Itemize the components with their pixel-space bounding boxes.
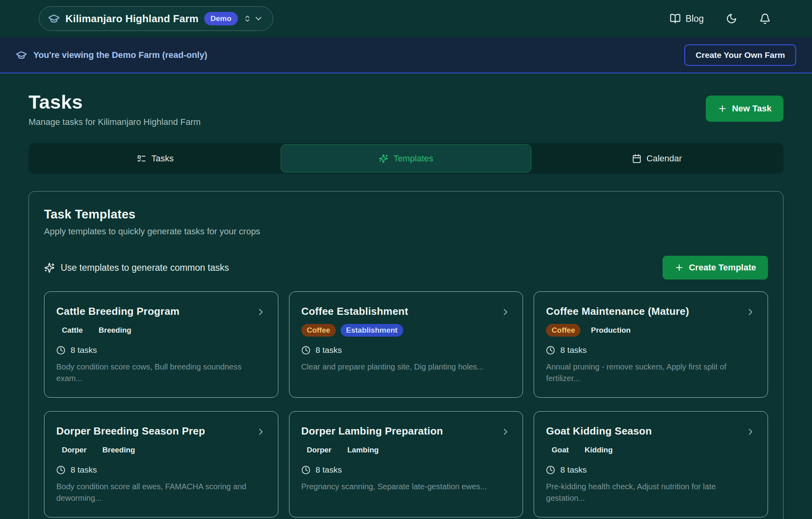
template-tags: CoffeeProduction [546,324,756,337]
template-card[interactable]: Dorper Breeding Season Prep DorperBreedi… [44,411,278,517]
template-title: Dorper Lambing Preparation [301,425,443,437]
task-count: 8 tasks [316,345,342,355]
app-header: Kilimanjaro Highland Farm Demo Blog [0,0,812,37]
list-todo-icon [137,154,146,163]
demo-badge: Demo [204,12,238,25]
template-tag: Coffee [301,324,336,337]
template-tags: DorperBreeding [56,444,266,456]
chevron-right-icon [256,307,266,317]
blog-label: Blog [686,13,704,24]
new-task-button[interactable]: New Task [706,96,783,122]
farm-selector[interactable]: Kilimanjaro Highland Farm Demo [39,6,273,31]
bell-icon [759,13,771,25]
chevron-right-icon [500,307,511,317]
chevron-down-icon [254,14,263,23]
chevron-right-icon [745,427,756,437]
template-description: Pre-kidding health check, Adjust nutriti… [546,481,756,504]
template-card[interactable]: Goat Kidding Season GoatKidding 8 tasks … [534,411,768,517]
notifications-button[interactable] [759,13,771,25]
clock-icon [301,346,310,355]
template-card[interactable]: Cattle Breeding Program CattleBreeding 8… [44,291,278,398]
template-tag: Kidding [579,444,619,456]
clock-icon [301,465,310,475]
template-tags: GoatKidding [546,444,756,456]
chevron-right-icon [745,307,756,317]
tab-tasks[interactable]: Tasks [30,144,281,172]
main-content: Tasks Manage tasks for Kilimanjaro Highl… [0,73,812,519]
farm-name: Kilimanjaro Highland Farm [65,13,199,25]
calendar-icon [632,154,642,163]
sparkles-icon [379,154,388,163]
template-tags: CattleBreeding [56,324,266,337]
template-card[interactable]: Dorper Lambing Preparation DorperLambing… [289,411,523,517]
moon-icon [726,13,737,24]
sparkles-icon [44,262,55,273]
template-tag: Production [585,324,636,337]
task-count: 8 tasks [560,465,587,475]
clock-icon [56,465,65,475]
panel-subtitle: Apply templates to quickly generate task… [44,226,768,237]
template-tags: CoffeeEstablishment [301,324,511,337]
template-tag: Coffee [546,324,580,337]
templates-hint: Use templates to generate common tasks [44,262,229,273]
template-tag: Breeding [93,324,137,337]
template-title: Coffee Maintenance (Mature) [546,305,689,318]
tab-templates[interactable]: Templates [281,144,532,172]
template-description: Pregnancy scanning, Separate late-gestat… [301,481,511,492]
task-count: 8 tasks [560,345,587,355]
demo-banner: You're viewing the Demo Farm (read-only)… [0,37,812,73]
banner-message: You're viewing the Demo Farm (read-only) [33,50,207,60]
task-count: 8 tasks [316,465,342,475]
template-description: Body condition score cows, Bull breeding… [56,361,266,384]
template-tag: Dorper [56,444,92,456]
theme-toggle-button[interactable] [726,13,737,24]
templates-grid: Cattle Breeding Program CattleBreeding 8… [44,291,768,517]
plus-icon [674,263,684,272]
clock-icon [56,346,65,355]
template-tag: Cattle [56,324,88,337]
task-count: 8 tasks [71,345,97,355]
chevrons-up-down-icon [243,15,251,23]
template-description: Annual pruning - remove suckers, Apply f… [546,361,756,384]
template-tag: Lambing [342,444,384,456]
panel-title: Task Templates [44,207,768,222]
page-title: Tasks [29,91,201,113]
template-tag: Establishment [341,324,403,337]
task-templates-panel: Task Templates Apply templates to quickl… [29,191,783,519]
graduation-cap-icon [16,50,27,61]
chevron-right-icon [256,427,266,437]
template-title: Dorper Breeding Season Prep [56,425,205,437]
create-template-button[interactable]: Create Template [663,256,768,280]
template-description: Clear and prepare planting site, Dig pla… [301,361,511,373]
clock-icon [546,346,555,355]
template-card[interactable]: Coffee Establishment CoffeeEstablishment… [289,291,523,398]
template-tag: Dorper [301,444,337,456]
header-nav: Blog [670,13,771,25]
template-tags: DorperLambing [301,444,511,456]
page-subtitle: Manage tasks for Kilimanjaro Highland Fa… [29,117,201,127]
plus-icon [718,104,727,113]
template-title: Coffee Establishment [301,305,408,318]
book-open-icon [670,13,681,24]
chevron-right-icon [500,427,511,437]
template-tag: Breeding [97,444,140,456]
template-tag: Goat [546,444,574,456]
graduation-cap-icon [48,13,60,25]
template-card[interactable]: Coffee Maintenance (Mature) CoffeeProduc… [534,291,768,398]
template-title: Goat Kidding Season [546,425,652,437]
template-title: Cattle Breeding Program [56,305,180,318]
tab-bar: Tasks Templates Calendar [29,143,783,174]
task-count: 8 tasks [71,465,97,475]
tab-calendar[interactable]: Calendar [531,144,782,172]
blog-link[interactable]: Blog [670,13,704,24]
clock-icon [546,465,555,475]
create-own-farm-button[interactable]: Create Your Own Farm [684,44,796,66]
template-description: Body condition score all ewes, FAMACHA s… [56,481,266,504]
